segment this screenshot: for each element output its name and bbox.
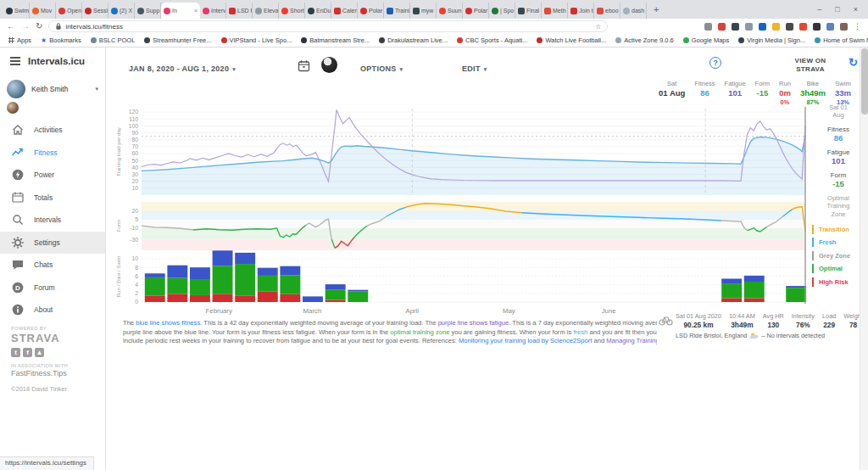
browser-tab[interactable]: LSD F [226,3,253,19]
back-icon[interactable]: ← [7,22,15,31]
bookmark-item[interactable]: Home of Swim New... [815,36,868,44]
extension-icon[interactable] [704,23,712,31]
browser-tab[interactable]: Suun [437,3,463,19]
browser-menu-icon[interactable]: ⋮ [854,22,861,31]
bookmark-item[interactable]: Google Maps [683,36,730,44]
edit-button[interactable]: EDIT▾ [462,64,487,73]
description-link[interactable]: optimal training zone [390,328,449,336]
extension-icon[interactable] [840,23,848,31]
browser-tab[interactable]: Sessi [82,3,108,19]
forward-icon[interactable]: → [21,22,30,31]
new-tab-button[interactable]: + [647,4,665,14]
browser-tab[interactable]: Supp [135,3,161,19]
date-range-button[interactable]: JAN 8, 2020 - AUG 1, 2020▾ [129,64,236,73]
bookmark-favicon [301,37,307,43]
extension-icon[interactable] [718,23,726,31]
apps-shortcut[interactable]: Apps [8,36,31,44]
browser-tab[interactable]: | Spo [489,3,515,19]
description-link[interactable]: purple line shows fatigue [438,319,509,327]
extension-icon[interactable] [826,23,834,31]
scrollbar-thumb[interactable] [861,48,868,115]
sidebar-item-forum[interactable]: DForum [0,277,105,299]
browser-tab[interactable]: (2) X [108,3,135,19]
tab-close-icon[interactable]: × [194,8,198,14]
bookmark-item[interactable]: BSLC POOL [91,36,136,44]
extension-icon[interactable] [759,23,766,31]
view-on-strava-link[interactable]: VIEW ON STRAVA [778,57,843,75]
calendar-button[interactable] [298,59,310,74]
bookmark-item[interactable]: ★Bookmarks [41,36,81,44]
side-panel-entries: Fitness86Fatigue101Form-15 [812,126,865,188]
sidebar-item-chats[interactable]: Chats [0,254,105,277]
extension-icons [704,23,848,31]
sidebar-item-totals[interactable]: Totals [0,187,105,210]
bookmark-item[interactable]: VIPStand - Live Spo... [221,36,292,44]
description-link[interactable]: fresh [573,328,587,336]
tab-favicon [85,8,92,14]
browser-tab[interactable]: Traini [384,3,410,19]
browser-tab[interactable]: Eleva [253,3,279,19]
secondary-avatar[interactable] [7,102,19,114]
sidebar-item-activities[interactable]: Activities [0,119,105,142]
bookmark-item[interactable]: Batmanstream Stre... [301,36,370,44]
sidebar-item-fitness[interactable]: Fitness [0,142,105,165]
fitness-charts[interactable]: 102030405060708090100110120Training load… [114,100,814,319]
options-button[interactable]: OPTIONS▾ [360,64,403,73]
extension-icon[interactable] [786,23,793,31]
tab-favicon [334,8,341,14]
sidebar-item-about[interactable]: About [0,299,105,322]
athlete-avatar[interactable] [321,57,337,73]
browser-tab[interactable]: Short [279,3,305,19]
extension-icon[interactable] [772,23,780,31]
browser-tab[interactable]: Final [515,3,542,19]
browser-tab[interactable]: Calen [331,3,358,19]
bookmark-item[interactable]: Virgin Media | Sign... [738,36,805,44]
extension-icon[interactable] [813,23,821,31]
refresh-icon[interactable]: ↻ [849,56,858,69]
browser-tab[interactable]: myw [410,3,437,19]
browser-tab[interactable]: Open [56,3,82,19]
strava-icon[interactable]: ▲ [35,348,44,357]
browser-tab[interactable]: Meth [542,3,568,19]
bar-swim [786,286,806,288]
extension-icon[interactable] [799,23,807,31]
maximize-icon[interactable]: □ [835,5,839,14]
form-zone-legend: TransitionFreshGrey ZoneOptimalHigh Risk [812,225,865,287]
browser-tab[interactable]: Polar [358,3,384,19]
browser-tab[interactable]: EnDu [305,3,331,19]
activity-panel[interactable]: Sat 01 Aug 202090.25 km10:44 AM3h49mAvg … [657,309,867,346]
sidebar-item-intervals[interactable]: Intervals [0,209,105,232]
extension-icon[interactable] [732,23,739,31]
browser-tab[interactable]: Interv [200,3,226,19]
browser-tab[interactable]: Swim [3,3,30,19]
browser-tab[interactable]: Join t [568,3,594,19]
bookmark-star-icon[interactable]: ☆ [595,23,601,31]
bookmark-item[interactable]: Streamhunter Free... [144,36,211,44]
facebook-icon[interactable]: f [23,348,32,357]
sidebar-item-power[interactable]: Power [0,164,105,187]
bookmark-item[interactable]: Active Zone 9.0.6 [615,36,673,44]
browser-tab[interactable]: dash [620,3,647,19]
help-icon[interactable]: ? [709,57,721,69]
close-icon[interactable]: × [854,5,858,14]
browser-tab[interactable]: eboo [594,3,620,19]
strava-logo[interactable]: STRAVA [11,332,68,344]
bookmark-item[interactable]: CBC Sports - Aquati... [457,36,527,44]
browser-tab[interactable]: Mov [30,3,56,19]
bookmark-item[interactable]: Watch Live Football... [537,36,606,44]
description-link[interactable]: blue line shows fitness [136,319,200,327]
twitter-icon[interactable]: t [11,348,20,357]
url-box[interactable]: intervals.icu/fitness ☆ [48,20,608,32]
extension-icon[interactable] [745,23,753,31]
user-menu[interactable]: Keith Smith ▾ [0,73,105,100]
page-scrollbar[interactable] [860,48,868,470]
reload-icon[interactable]: ↻ [36,22,42,31]
hamburger-menu-icon[interactable] [10,60,20,62]
minimize-icon[interactable]: – [817,5,821,14]
sidebar-item-settings[interactable]: Settings [0,232,105,255]
association-name[interactable]: FastFitness.Tips [11,369,68,378]
bookmark-item[interactable]: Drakulastream Live... [379,36,448,44]
description-link[interactable]: Monitoring your training load by Science… [459,337,592,344]
browser-tab[interactable]: Polar [463,3,489,19]
browser-tab[interactable]: In× [161,3,200,19]
